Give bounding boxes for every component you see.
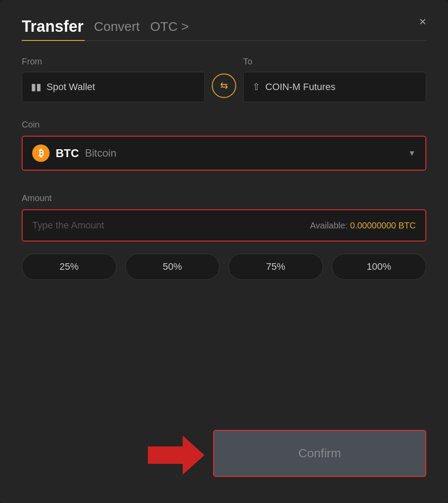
coin-symbol: BTC [56, 147, 79, 160]
close-button[interactable]: × [419, 16, 426, 28]
coin-selector[interactable]: ₿ BTC Bitcoin ▼ [22, 136, 426, 171]
amount-label: Amount [22, 193, 426, 203]
swap-btn-container: ⇆ [212, 61, 236, 98]
coin-section: Coin ₿ BTC Bitcoin ▼ [22, 120, 426, 171]
otc-tab[interactable]: OTC > [150, 19, 189, 34]
to-label: To [243, 57, 426, 67]
futures-icon: ⇧ [252, 81, 260, 93]
red-arrow-icon [148, 433, 204, 477]
transfer-tab-active[interactable]: Transfer [22, 17, 84, 36]
transfer-modal: Transfer Convert OTC > × From ▮▮ Spot Wa… [0, 0, 448, 503]
chevron-down-icon: ▼ [408, 149, 416, 158]
tab-underline-container [22, 40, 426, 41]
wallet-card-icon: ▮▮ [31, 81, 41, 93]
from-wallet-name: Spot Wallet [47, 81, 95, 93]
pct-100-button[interactable]: 100% [332, 254, 427, 280]
swap-button[interactable]: ⇆ [212, 74, 236, 98]
available-label: Available: [310, 221, 348, 230]
pct-25-button[interactable]: 25% [22, 254, 117, 280]
amount-section: Amount Type the Amount Available: 0.0000… [22, 193, 426, 241]
svg-marker-0 [148, 436, 204, 475]
to-wallet-selector[interactable]: ⇧ COIN-M Futures [243, 72, 426, 102]
amount-placeholder: Type the Amount [32, 220, 104, 231]
convert-tab[interactable]: Convert [94, 19, 140, 34]
btc-icon: ₿ [32, 144, 50, 162]
from-label: From [22, 57, 205, 67]
from-wallet-selector[interactable]: ▮▮ Spot Wallet [22, 72, 205, 102]
to-wallet-name: COIN-M Futures [265, 81, 335, 93]
pct-75-button[interactable]: 75% [228, 254, 323, 280]
available-value: 0.00000000 BTC [350, 221, 416, 230]
coin-fullname: Bitcoin [85, 147, 116, 159]
amount-available: Available: 0.00000000 BTC [310, 221, 416, 231]
modal-header: Transfer Convert OTC > × [22, 17, 426, 36]
from-group: From ▮▮ Spot Wallet [22, 57, 205, 102]
pct-50-button[interactable]: 50% [125, 254, 220, 280]
swap-icon: ⇆ [220, 80, 228, 91]
confirm-button[interactable]: Confirm [213, 430, 426, 477]
amount-input-box[interactable]: Type the Amount Available: 0.00000000 BT… [22, 209, 426, 241]
pct-buttons: 25% 50% 75% 100% [22, 254, 426, 280]
arrow-container [148, 433, 204, 477]
confirm-row: Confirm [22, 430, 426, 477]
tab-underline-active [22, 40, 85, 41]
to-group: To ⇧ COIN-M Futures [243, 57, 426, 102]
from-to-row: From ▮▮ Spot Wallet ⇆ To ⇧ COIN-M Future… [22, 57, 426, 102]
coin-label: Coin [22, 120, 426, 130]
